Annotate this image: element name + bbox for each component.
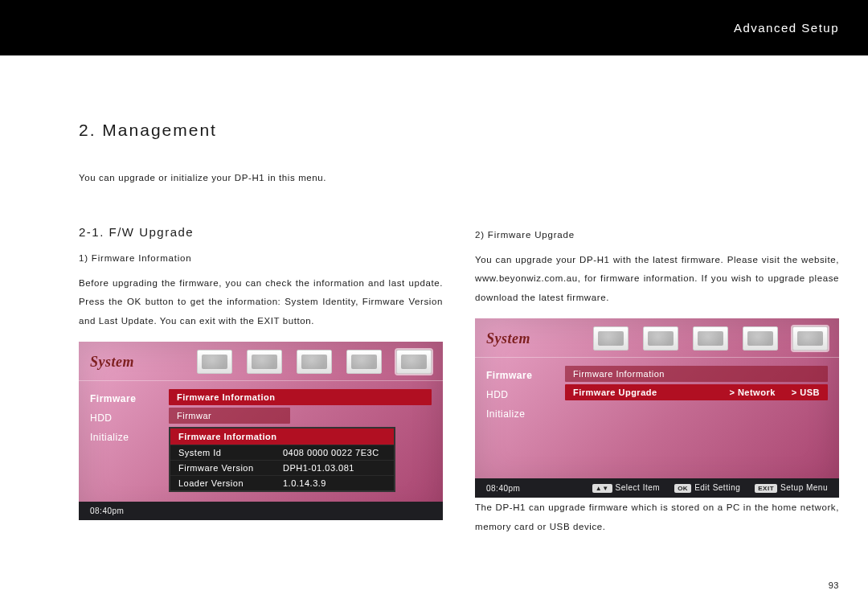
popup-row: Firmware VersionDPH1-01.03.081 (170, 460, 394, 475)
hint: OKEdit Setting (674, 483, 740, 493)
sidebar-item: HDD (79, 408, 164, 428)
popup-row: System Id0408 0000 0022 7E3C (170, 445, 394, 460)
subsection-title: 2-1. F/W Upgrade (79, 225, 443, 239)
nav-icon (297, 350, 332, 374)
clock: 08:40pm (486, 484, 520, 493)
nav-icon (792, 326, 828, 351)
info-popup: Firmware Information System Id0408 0000 … (169, 427, 395, 492)
sidebar-item: Firmware (475, 366, 560, 385)
page-number: 93 (829, 580, 839, 590)
sidebar-item: Initialize (79, 428, 164, 447)
screenshot-footer: 08:40pm ▲▼Select Item OKEdit Setting EXI… (475, 478, 839, 498)
main-panel: Firmware Information Firmware Upgrade Ne… (560, 358, 839, 478)
screenshot-footer: 08:40pm (79, 502, 443, 520)
screenshot-firmware-upgrade: System Firmware HDD Initialize (475, 318, 839, 487)
popup-title: Firmware Information (170, 429, 394, 445)
nav-icon (693, 326, 728, 351)
upgrade-option: Network (729, 388, 775, 397)
popup-row: Loader Version1.0.14.3.9 (170, 475, 394, 490)
left-column: 2-1. F/W Upgrade 1) Firmware Information… (79, 225, 443, 537)
nav-icon (346, 350, 382, 374)
menu-row: Firmware Upgrade Network USB (565, 384, 828, 400)
upgrade-option: USB (792, 388, 820, 397)
section-title: 2. Management (79, 121, 839, 140)
screenshot-icon-bar: System (475, 318, 839, 355)
main-panel: Firmware Information Firmwar Firmware In… (164, 381, 443, 502)
system-label: System (486, 330, 530, 347)
menu-row: Firmwar (169, 408, 290, 424)
system-label: System (90, 354, 134, 371)
hint: ▲▼Select Item (592, 483, 660, 493)
page-header: Advanced Setup (0, 0, 868, 55)
sidebar: Firmware HDD Initialize (79, 381, 164, 502)
menu-row: Firmware Information (169, 389, 432, 405)
nav-icon (247, 350, 282, 374)
sidebar-item: Firmware (79, 389, 164, 408)
hint: EXITSetup Menu (755, 483, 828, 493)
right-item-title: 2) Firmware Upgrade (475, 230, 839, 240)
sidebar: Firmware HDD Initialize (475, 358, 560, 478)
right-column: 2) Firmware Upgrade You can upgrade your… (475, 225, 839, 537)
menu-row: Firmware Information (565, 366, 828, 382)
page-content: 2. Management You can upgrade or initial… (79, 121, 839, 536)
nav-icon (643, 326, 678, 351)
right-after: The DP-H1 can upgrade firmware which is … (475, 498, 839, 536)
left-item-title: 1) Firmware Information (79, 253, 443, 263)
sidebar-item: Initialize (475, 404, 560, 424)
screenshot-icon-bar: System (79, 342, 443, 379)
screenshot-firmware-information: System Firmware HDD Initialize (79, 342, 443, 517)
left-body: Before upgrading the firmware, you can c… (79, 274, 443, 331)
sidebar-item: HDD (475, 385, 560, 404)
header-title: Advanced Setup (734, 21, 839, 35)
nav-icon (593, 326, 628, 351)
nav-icon (396, 350, 432, 374)
nav-icon (197, 350, 232, 374)
header-divider (0, 55, 868, 55)
nav-icon (743, 326, 778, 351)
section-intro: You can upgrade or initialize your DP-H1… (79, 169, 839, 188)
clock: 08:40pm (90, 506, 124, 515)
right-body: You can upgrade your DP-H1 with the late… (475, 251, 839, 308)
